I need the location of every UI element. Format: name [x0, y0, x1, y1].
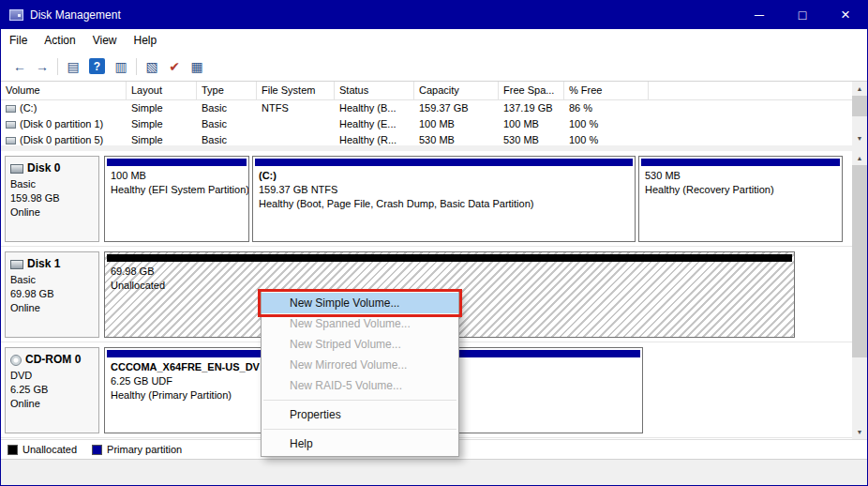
volume-name-cell: (Disk 0 partition 5) — [1, 132, 127, 145]
disk-name: CD-ROM 0 — [25, 353, 81, 367]
free-space-cell: 137.19 GB — [499, 100, 564, 116]
column-header-pct-free[interactable]: % Free — [564, 82, 649, 99]
console-tree-icon[interactable]: ▤ — [62, 55, 84, 78]
scroll-up-icon[interactable]: ▲ — [852, 82, 867, 96]
volume-table-header: Volume Layout Type File System Status Ca… — [1, 82, 852, 100]
cd-rom-icon — [10, 355, 22, 366]
type-cell: Basic — [197, 116, 257, 132]
check-icon[interactable]: ✔ — [163, 55, 186, 78]
scrollbar-thumb[interactable] — [852, 96, 867, 116]
file-system-cell — [257, 116, 335, 132]
primary-partition-band — [107, 159, 247, 166]
volume-row[interactable]: (Disk 0 partition 5) Simple Basic Health… — [1, 132, 852, 145]
disk-row-disk0: Disk 0 Basic 159.98 GB Online 100 MB Hea… — [1, 151, 852, 247]
scrollbar-thumb[interactable] — [852, 165, 867, 357]
file-system-cell: NTFS — [257, 100, 335, 116]
partition-status-label: Healthy (EFI System Partition) — [105, 183, 248, 197]
disk-kind: Basic — [10, 273, 94, 287]
primary-partition-band — [255, 159, 633, 166]
toolbar-separator — [57, 58, 58, 75]
layout-cell: Simple — [127, 132, 197, 145]
maximize-button[interactable]: □ — [781, 1, 824, 29]
file-system-cell — [257, 132, 335, 145]
volume-list-pane: Volume Layout Type File System Status Ca… — [1, 82, 867, 145]
volume-drive-icon — [6, 137, 16, 144]
back-icon[interactable]: ← — [8, 55, 31, 78]
column-header-capacity[interactable]: Capacity — [414, 82, 499, 99]
column-header-volume[interactable]: Volume — [1, 82, 127, 99]
partition-c-drive[interactable]: (C:) 159.37 GB NTFS Healthy (Boot, Page … — [252, 156, 636, 242]
legend-primary-partition: Primary partition — [92, 444, 182, 455]
partition-size-label: 530 MB — [639, 169, 842, 183]
partition-size-label: 100 MB — [105, 169, 248, 183]
app-icon — [9, 9, 23, 21]
pct-free-cell: 86 % — [564, 100, 649, 116]
disk-name: Disk 0 — [27, 161, 60, 175]
volume-name-cell: (Disk 0 partition 1) — [1, 116, 127, 132]
graphical-view-scrollbar[interactable]: ▲ ▼ — [852, 151, 867, 439]
column-header-layout[interactable]: Layout — [127, 82, 197, 99]
volume-name-cell: (C:) — [1, 100, 127, 116]
menu-item-new-spanned-volume: New Spanned Volume... — [262, 313, 458, 334]
scroll-down-icon[interactable]: ▼ — [852, 131, 867, 145]
titlebar: Disk Management ─ □ × — [1, 1, 867, 29]
free-space-cell: 530 MB — [499, 132, 564, 145]
column-header-file-system[interactable]: File System — [257, 82, 335, 99]
menu-item-new-raid5-volume: New RAID-5 Volume... — [262, 375, 458, 396]
capacity-cell: 159.37 GB — [414, 100, 499, 116]
legend-unallocated: Unallocated — [7, 444, 77, 455]
menu-item-new-simple-volume[interactable]: New Simple Volume... — [262, 293, 458, 313]
unallocated-swatch — [7, 445, 18, 455]
status-cell: Healthy (E... — [335, 116, 414, 132]
layout-cell: Simple — [127, 100, 197, 116]
column-header-type[interactable]: Type — [197, 82, 257, 99]
menu-view[interactable]: View — [84, 29, 126, 52]
volume-row[interactable]: (C:) Simple Basic NTFS Healthy (B... 159… — [1, 100, 852, 116]
type-cell: Basic — [197, 100, 257, 116]
list-view-icon[interactable]: ▦ — [186, 55, 208, 78]
pct-free-cell: 100 % — [564, 132, 649, 145]
dialog-icon[interactable]: ▧ — [141, 55, 163, 78]
scroll-down-icon[interactable]: ▼ — [852, 425, 867, 439]
menu-action[interactable]: Action — [36, 29, 83, 52]
partition-status-label: Healthy (Recovery Partition) — [639, 183, 842, 197]
volume-drive-icon — [6, 105, 16, 113]
forward-icon[interactable]: → — [31, 55, 53, 78]
partition-volume-label: (C:) — [253, 169, 635, 183]
disk-kind: Basic — [10, 177, 94, 191]
volume-row[interactable]: (Disk 0 partition 1) Simple Basic Health… — [1, 116, 852, 132]
disk-name: Disk 1 — [27, 257, 60, 271]
capacity-cell: 530 MB — [414, 132, 499, 145]
hard-disk-icon — [10, 260, 23, 269]
menu-item-properties[interactable]: Properties — [262, 404, 458, 425]
volume-list-scrollbar[interactable]: ▲ ▼ — [852, 82, 867, 145]
column-header-status[interactable]: Status — [335, 82, 414, 99]
close-button[interactable]: × — [824, 1, 867, 29]
menu-item-new-mirrored-volume: New Mirrored Volume... — [262, 355, 458, 375]
primary-partition-swatch — [92, 445, 102, 455]
menu-separator — [263, 429, 456, 430]
menu-help[interactable]: Help — [126, 29, 166, 52]
unallocated-band — [107, 254, 792, 262]
disk-kind: DVD — [10, 369, 94, 383]
column-header-free-space[interactable]: Free Spa... — [499, 82, 564, 99]
disk-status: Online — [10, 397, 94, 411]
menu-file[interactable]: File — [1, 29, 36, 52]
disk-size: 159.98 GB — [10, 191, 94, 205]
partition-recovery[interactable]: 530 MB Healthy (Recovery Partition) — [638, 156, 843, 242]
disk1-info-box[interactable]: Disk 1 Basic 69.98 GB Online — [5, 251, 99, 338]
type-cell: Basic — [197, 132, 257, 145]
minimize-button[interactable]: ─ — [738, 1, 781, 29]
cdrom0-info-box[interactable]: CD-ROM 0 DVD 6.25 GB Online — [5, 347, 99, 433]
help-icon[interactable]: ? — [89, 58, 105, 74]
partition-efi[interactable]: 100 MB Healthy (EFI System Partition) — [104, 156, 249, 242]
primary-partition-band — [641, 159, 840, 166]
window-controls: ─ □ × — [738, 1, 867, 29]
menu-item-help[interactable]: Help — [262, 433, 458, 454]
layout-cell: Simple — [127, 116, 197, 132]
disk0-info-box[interactable]: Disk 0 Basic 159.98 GB Online — [5, 156, 99, 242]
partition-size-label: 159.37 GB NTFS — [253, 183, 635, 197]
scroll-up-icon[interactable]: ▲ — [852, 151, 867, 165]
action-pane-icon[interactable]: ▥ — [110, 55, 132, 78]
disk-size: 69.98 GB — [10, 287, 94, 301]
